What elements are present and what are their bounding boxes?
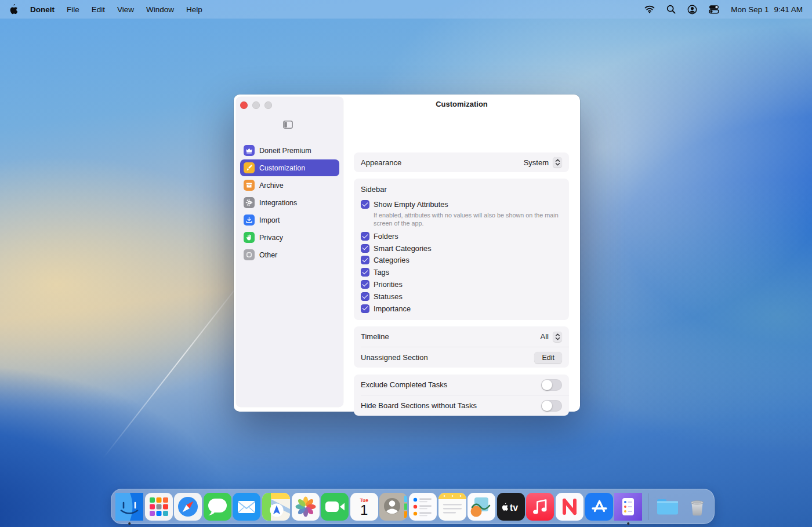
- menu-help[interactable]: Help: [186, 5, 202, 14]
- finder-icon: [115, 493, 143, 521]
- dock-item-notes[interactable]: [438, 493, 466, 521]
- archive-box-icon: [244, 180, 255, 191]
- dock-item-downloads-folder[interactable]: [654, 493, 682, 521]
- checkbox-priorities[interactable]: Priorities: [361, 278, 562, 290]
- dock-item-photos[interactable]: [292, 493, 320, 521]
- dock-item-maps[interactable]: [262, 493, 290, 521]
- dock-item-mail[interactable]: [233, 493, 260, 521]
- gear-icon: [244, 197, 255, 208]
- unassigned-section-label: Unassigned Section: [361, 353, 428, 362]
- hide-board-sections-row: Hide Board Sections without Tasks: [354, 395, 569, 416]
- checkbox-importance[interactable]: Importance: [361, 303, 562, 315]
- appearance-dropdown[interactable]: [553, 157, 562, 168]
- menu-edit[interactable]: Edit: [92, 5, 105, 14]
- sidebar-item-other[interactable]: Other: [240, 246, 339, 263]
- window-controls: [240, 101, 272, 109]
- checkbox-folders[interactable]: Folders: [361, 230, 562, 242]
- hide-board-sections-label: Hide Board Sections without Tasks: [361, 401, 477, 410]
- sidebar-item-integrations[interactable]: Integrations: [240, 194, 339, 211]
- dock-item-freeform[interactable]: [467, 493, 495, 521]
- svg-text:tv: tv: [510, 503, 518, 513]
- timeline-row: Timeline All: [354, 326, 569, 347]
- menubar-date[interactable]: Mon Sep 1: [731, 5, 768, 14]
- sidebar-section-header: Sidebar: [361, 185, 562, 194]
- user-account-icon[interactable]: [687, 5, 697, 14]
- checkbox-checked-icon[interactable]: [361, 244, 369, 253]
- checkbox-checked-icon[interactable]: [361, 232, 369, 241]
- checkbox-statuses[interactable]: Statuses: [361, 290, 562, 303]
- dock-item-app-store[interactable]: [585, 493, 613, 521]
- checkbox-checked-icon[interactable]: [361, 292, 369, 301]
- hide-board-sections-toggle[interactable]: [541, 400, 562, 412]
- dock-separator: [648, 493, 648, 520]
- sidebar-item-label: Customization: [259, 164, 305, 172]
- sidebar-item-label: Privacy: [259, 234, 283, 242]
- checkbox-tags[interactable]: Tags: [361, 266, 562, 278]
- zoom-button[interactable]: [264, 101, 272, 109]
- sidebar-toggle-icon[interactable]: [283, 121, 293, 131]
- menu-app-name[interactable]: Doneit: [30, 5, 55, 14]
- toggles-group: Exclude Completed Tasks Hide Board Secti…: [354, 375, 569, 416]
- control-center-icon[interactable]: [709, 5, 719, 14]
- menubar-time[interactable]: 9:41 AM: [774, 5, 803, 14]
- checkbox-checked-icon[interactable]: [361, 268, 369, 277]
- checkbox-checked-icon[interactable]: [361, 256, 369, 264]
- dock-item-trash[interactable]: [683, 493, 711, 521]
- dock-item-contacts[interactable]: [379, 493, 407, 521]
- appearance-label: Appearance: [361, 158, 401, 167]
- settings-sidebar: Doneit Premium Customization Archive Int…: [236, 97, 343, 407]
- menu-window[interactable]: Window: [146, 5, 174, 14]
- dock-item-safari[interactable]: [174, 493, 202, 521]
- close-button[interactable]: [240, 101, 248, 109]
- menu-view[interactable]: View: [117, 5, 134, 14]
- timeline-group: Timeline All Unassigned Section Edit: [354, 326, 569, 368]
- sidebar-item-privacy[interactable]: Privacy: [240, 229, 339, 246]
- checkbox-checked-icon[interactable]: [361, 280, 369, 289]
- search-icon[interactable]: [666, 5, 676, 14]
- dock-item-news[interactable]: [556, 493, 583, 521]
- dock-item-messages[interactable]: [204, 493, 231, 521]
- checkbox-categories[interactable]: Categories: [361, 254, 562, 266]
- unassigned-section-row: Unassigned Section Edit: [354, 347, 569, 368]
- settings-content: Appearance System Sidebar Show Empty Att…: [354, 152, 569, 416]
- checkbox-checked-icon[interactable]: [361, 304, 369, 313]
- dock-item-music[interactable]: [526, 493, 554, 521]
- timeline-value: All: [541, 332, 549, 341]
- paintbrush-icon: [244, 162, 255, 173]
- dock-item-launchpad[interactable]: [145, 493, 173, 521]
- sidebar-options-group: Sidebar Show Empty Attributes If enabled…: [354, 179, 569, 320]
- sidebar-item-doneit-premium[interactable]: Doneit Premium: [240, 142, 339, 159]
- sidebar-item-label: Integrations: [259, 199, 297, 207]
- checkbox-smart-categories[interactable]: Smart Categories: [361, 242, 562, 255]
- crown-icon: [244, 145, 255, 156]
- menu-bar: Doneit File Edit View Window Help: [0, 0, 812, 19]
- apple-menu-icon[interactable]: [9, 4, 18, 14]
- wifi-icon[interactable]: [644, 5, 655, 13]
- appearance-value: System: [524, 158, 549, 167]
- sidebar-item-list: Doneit Premium Customization Archive Int…: [240, 142, 339, 263]
- sidebar-item-customization[interactable]: Customization: [240, 159, 339, 176]
- appearance-row: Appearance System: [354, 152, 569, 172]
- timeline-dropdown[interactable]: [553, 332, 562, 342]
- dock-item-finder[interactable]: [115, 493, 143, 521]
- exclude-completed-tasks-row: Exclude Completed Tasks: [354, 375, 569, 395]
- dock-item-doneit[interactable]: [614, 493, 642, 521]
- sidebar-item-archive[interactable]: Archive: [240, 177, 339, 194]
- edit-button[interactable]: Edit: [534, 352, 562, 364]
- dock-item-facetime[interactable]: [321, 493, 349, 521]
- show-empty-attributes-description: If enabled, attributes with no values wi…: [374, 211, 562, 227]
- exclude-completed-tasks-label: Exclude Completed Tasks: [361, 380, 447, 389]
- settings-window: Doneit Premium Customization Archive Int…: [234, 95, 580, 412]
- exclude-completed-tasks-toggle[interactable]: [541, 379, 562, 391]
- dock-item-calendar[interactable]: Tue 1: [350, 493, 378, 521]
- checkbox-checked-icon[interactable]: [361, 200, 369, 209]
- menu-file[interactable]: File: [67, 5, 79, 14]
- dock-item-tv[interactable]: tv: [497, 493, 525, 521]
- sidebar-item-label: Import: [259, 216, 280, 224]
- minimize-button[interactable]: [252, 101, 260, 109]
- import-tray-icon: [244, 215, 255, 226]
- sidebar-item-label: Other: [259, 251, 277, 259]
- sidebar-item-import[interactable]: Import: [240, 212, 339, 228]
- checkbox-show-empty-attributes[interactable]: Show Empty Attributes: [361, 198, 562, 210]
- dock-item-reminders[interactable]: [409, 493, 437, 521]
